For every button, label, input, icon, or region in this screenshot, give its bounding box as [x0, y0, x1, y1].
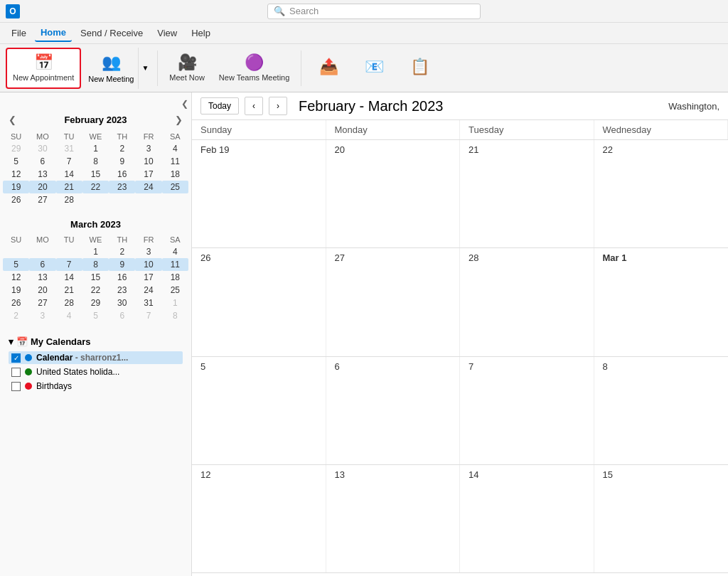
- mar-day-6[interactable]: 6: [29, 258, 55, 271]
- feb-day-18[interactable]: 18: [162, 168, 188, 181]
- mar-day-1[interactable]: 1: [82, 245, 109, 258]
- feb-day-23[interactable]: 23: [109, 181, 135, 193]
- mar-day-11[interactable]: 11: [162, 258, 188, 271]
- mar-day-empty[interactable]: [3, 245, 29, 258]
- mar-day-12[interactable]: 12: [3, 271, 29, 284]
- cal-cell-3-2[interactable]: 14: [460, 465, 594, 572]
- feb-day-24[interactable]: 24: [135, 181, 161, 193]
- feb-day-16[interactable]: 16: [109, 168, 135, 181]
- new-appointment-button[interactable]: 📅 New Appointment: [6, 48, 81, 89]
- mar-day-3[interactable]: 3: [135, 245, 161, 258]
- mar-day-2[interactable]: 2: [109, 245, 135, 258]
- cal-cell-3-0[interactable]: 12: [192, 465, 326, 572]
- mar-day-31[interactable]: 31: [135, 297, 161, 309]
- new-meeting-button[interactable]: 👥 New Meeting ▼: [84, 48, 151, 89]
- calendar-permissions-button[interactable]: 📋: [398, 48, 441, 89]
- feb-day-4[interactable]: 4: [162, 142, 188, 155]
- calendar-item-0[interactable]: ✓Calendar - sharronz1...: [9, 351, 183, 364]
- meet-now-button[interactable]: 🎥 Meet Now: [164, 48, 210, 89]
- open-calendar-button[interactable]: 📤: [307, 48, 350, 89]
- today-button[interactable]: Today: [200, 97, 239, 114]
- cal-next-button[interactable]: ›: [269, 97, 287, 115]
- calendar-checkbox-1[interactable]: [11, 368, 21, 377]
- cal-cell-1-1[interactable]: 27: [326, 248, 461, 356]
- mar-day-7[interactable]: 7: [135, 309, 161, 322]
- feb-day-5[interactable]: 5: [3, 155, 29, 168]
- feb-day-15[interactable]: 15: [82, 168, 109, 181]
- mar-day-7[interactable]: 7: [56, 258, 82, 271]
- mar-day-14[interactable]: 14: [56, 271, 82, 284]
- mar-day-15[interactable]: 15: [82, 271, 109, 284]
- menu-item-send--receive[interactable]: Send / Receive: [75, 25, 149, 41]
- mar-day-10[interactable]: 10: [135, 258, 161, 271]
- mar-day-empty[interactable]: [56, 245, 82, 258]
- mar-day-23[interactable]: 23: [109, 284, 135, 297]
- calendar-checkbox-2[interactable]: [11, 382, 21, 391]
- mar-day-24[interactable]: 24: [135, 284, 161, 297]
- menu-item-view[interactable]: View: [151, 25, 183, 41]
- feb-day-8[interactable]: 8: [82, 155, 109, 168]
- cal-cell-0-0[interactable]: Feb 19: [192, 140, 326, 247]
- cal-cell-1-2[interactable]: 28: [460, 248, 594, 356]
- calendar-item-2[interactable]: Birthdays: [9, 380, 183, 393]
- feb-day-27[interactable]: 27: [29, 193, 55, 206]
- mar-day-8[interactable]: 8: [162, 309, 188, 322]
- mar-day-6[interactable]: 6: [109, 309, 135, 322]
- feb-day-26[interactable]: 26: [3, 193, 29, 206]
- cal-cell-1-0[interactable]: 26: [192, 248, 326, 356]
- mar-day-20[interactable]: 20: [29, 284, 55, 297]
- feb-day-19[interactable]: 19: [3, 181, 29, 193]
- sidebar-collapse-button[interactable]: ❮: [181, 99, 188, 109]
- cal-cell-2-2[interactable]: 7: [460, 357, 594, 464]
- feb-day-22[interactable]: 22: [82, 181, 109, 193]
- mar-day-16[interactable]: 16: [109, 271, 135, 284]
- new-teams-meeting-button[interactable]: 🟣 New Teams Meeting: [213, 48, 295, 89]
- search-box[interactable]: 🔍 Search: [267, 4, 481, 19]
- feb-day-12[interactable]: 12: [3, 168, 29, 181]
- cal-cell-2-0[interactable]: 5: [192, 357, 326, 464]
- calendar-checkbox-0[interactable]: ✓: [11, 353, 21, 363]
- mar-day-19[interactable]: 19: [3, 284, 29, 297]
- feb-day-7[interactable]: 7: [56, 155, 82, 168]
- cal-cell-0-2[interactable]: 21: [460, 140, 594, 247]
- feb-day-29[interactable]: 29: [3, 142, 29, 155]
- feb-prev-button[interactable]: ❮: [6, 113, 19, 127]
- mar-day-empty[interactable]: [29, 245, 55, 258]
- mar-day-13[interactable]: 13: [29, 271, 55, 284]
- calendar-item-1[interactable]: United States holida...: [9, 366, 183, 378]
- feb-day-31[interactable]: 31: [56, 142, 82, 155]
- mar-day-5[interactable]: 5: [3, 258, 29, 271]
- feb-day-3[interactable]: 3: [135, 142, 161, 155]
- mar-day-28[interactable]: 28: [56, 297, 82, 309]
- mar-day-26[interactable]: 26: [3, 297, 29, 309]
- feb-day-17[interactable]: 17: [135, 168, 161, 181]
- email-calendar-button[interactable]: 📧: [353, 48, 395, 89]
- menu-item-help[interactable]: Help: [186, 25, 216, 41]
- cal-cell-3-3[interactable]: 15: [594, 465, 729, 572]
- mar-day-27[interactable]: 27: [29, 297, 55, 309]
- feb-day-13[interactable]: 13: [29, 168, 55, 181]
- cal-prev-button[interactable]: ‹: [245, 97, 263, 115]
- mar-day-8[interactable]: 8: [82, 258, 109, 271]
- mar-day-5[interactable]: 5: [82, 309, 109, 322]
- new-meeting-dropdown-arrow[interactable]: ▼: [138, 48, 151, 89]
- feb-next-button[interactable]: ❯: [172, 113, 186, 127]
- feb-day-20[interactable]: 20: [29, 181, 55, 193]
- mar-day-30[interactable]: 30: [109, 297, 135, 309]
- feb-day-6[interactable]: 6: [29, 155, 55, 168]
- feb-day-25[interactable]: 25: [162, 181, 188, 193]
- mar-day-18[interactable]: 18: [162, 271, 188, 284]
- menu-item-home[interactable]: Home: [35, 24, 72, 42]
- mar-day-29[interactable]: 29: [82, 297, 109, 309]
- mar-day-21[interactable]: 21: [56, 284, 82, 297]
- feb-day-11[interactable]: 11: [162, 155, 188, 168]
- cal-cell-2-3[interactable]: 8: [594, 357, 729, 464]
- mar-day-25[interactable]: 25: [162, 284, 188, 297]
- mar-day-9[interactable]: 9: [109, 258, 135, 271]
- cal-cell-3-1[interactable]: 13: [326, 465, 461, 572]
- mar-day-22[interactable]: 22: [82, 284, 109, 297]
- feb-day-28[interactable]: 28: [56, 193, 82, 206]
- mar-day-2[interactable]: 2: [3, 309, 29, 322]
- feb-day-30[interactable]: 30: [29, 142, 55, 155]
- mar-day-17[interactable]: 17: [135, 271, 161, 284]
